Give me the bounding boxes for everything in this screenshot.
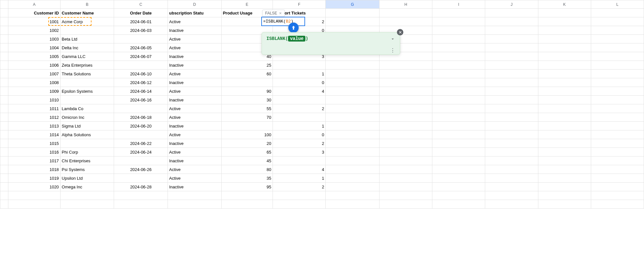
cell[interactable] xyxy=(379,70,432,78)
cell[interactable] xyxy=(591,43,644,52)
cell[interactable] xyxy=(379,96,432,104)
cell[interactable]: 80 xyxy=(221,165,273,174)
cell[interactable]: 1018 xyxy=(8,165,60,174)
close-icon[interactable]: × xyxy=(279,11,282,16)
row-header[interactable] xyxy=(0,130,8,139)
cell[interactable] xyxy=(432,157,485,165)
cell[interactable]: Inactive xyxy=(168,96,222,104)
cell[interactable] xyxy=(538,9,591,17)
cell[interactable]: 4 xyxy=(273,87,325,96)
cell[interactable] xyxy=(326,139,380,148)
cell[interactable] xyxy=(379,165,432,174)
cell[interactable] xyxy=(485,165,538,174)
cell[interactable] xyxy=(273,191,325,200)
cell[interactable] xyxy=(485,148,538,157)
cell[interactable] xyxy=(538,148,591,157)
row-header[interactable] xyxy=(0,9,8,17)
cell[interactable]: Epsilon Systems xyxy=(60,87,114,96)
cell[interactable]: 2024-06-12 xyxy=(114,78,168,87)
cell[interactable]: Active xyxy=(168,43,222,52)
cell[interactable] xyxy=(221,78,273,87)
cell[interactable] xyxy=(114,35,168,43)
cell[interactable]: 1005 xyxy=(8,52,60,61)
cell[interactable] xyxy=(591,139,644,148)
cell[interactable] xyxy=(326,87,380,96)
cell[interactable] xyxy=(379,200,432,209)
cell[interactable] xyxy=(273,157,325,165)
cell[interactable] xyxy=(326,78,380,87)
cell[interactable] xyxy=(221,191,273,200)
cell[interactable] xyxy=(379,87,432,96)
cell[interactable]: 1004 xyxy=(8,43,60,52)
cell[interactable]: 1006 xyxy=(8,61,60,70)
cell[interactable]: 1010 xyxy=(8,96,60,104)
row-header[interactable] xyxy=(0,17,8,26)
cell[interactable] xyxy=(326,9,380,17)
chevron-down-icon[interactable] xyxy=(390,36,395,43)
cell[interactable]: Inactive xyxy=(168,26,222,35)
col-header-c[interactable]: C xyxy=(114,0,168,9)
cell[interactable] xyxy=(432,148,485,157)
cell[interactable]: 1007 xyxy=(8,70,60,78)
cell[interactable]: Inactive xyxy=(168,61,222,70)
cell[interactable] xyxy=(538,183,591,191)
cell[interactable] xyxy=(326,61,380,70)
cell[interactable] xyxy=(60,191,114,200)
cell[interactable]: 70 xyxy=(221,113,273,122)
cell[interactable]: Delta Inc xyxy=(60,43,114,52)
cell[interactable] xyxy=(538,87,591,96)
cell[interactable] xyxy=(273,113,325,122)
col-header-g[interactable]: G xyxy=(326,0,380,9)
cell[interactable] xyxy=(485,35,538,43)
row-header[interactable] xyxy=(0,165,8,174)
cell[interactable]: Inactive xyxy=(168,183,222,191)
cell[interactable]: 90 xyxy=(221,87,273,96)
header-cell[interactable]: Customer ID xyxy=(8,9,60,17)
col-header-f[interactable]: F xyxy=(273,0,325,9)
cell[interactable]: 2 xyxy=(273,139,325,148)
col-header-e[interactable]: E xyxy=(221,0,273,9)
row-header[interactable] xyxy=(0,26,8,35)
close-help-button[interactable]: ✕ xyxy=(397,29,403,35)
row-header[interactable] xyxy=(0,96,8,104)
row-header[interactable] xyxy=(0,104,8,113)
cell[interactable] xyxy=(168,200,222,209)
cell[interactable] xyxy=(432,96,485,104)
cell[interactable] xyxy=(538,78,591,87)
cell[interactable] xyxy=(485,183,538,191)
cell[interactable] xyxy=(326,165,380,174)
row-header[interactable] xyxy=(0,191,8,200)
row-header[interactable] xyxy=(0,113,8,122)
cell[interactable] xyxy=(60,139,114,148)
cell[interactable] xyxy=(432,78,485,87)
cell[interactable]: 2024-06-18 xyxy=(114,113,168,122)
cell[interactable] xyxy=(432,165,485,174)
cell[interactable] xyxy=(538,61,591,70)
cell[interactable]: Active xyxy=(168,17,222,26)
cell[interactable]: Psi Systems xyxy=(60,165,114,174)
cell[interactable] xyxy=(538,130,591,139)
cell[interactable]: 2024-06-16 xyxy=(114,96,168,104)
cell[interactable] xyxy=(432,9,485,17)
cell[interactable]: Omicron Inc xyxy=(60,113,114,122)
cell[interactable] xyxy=(591,17,644,26)
cell[interactable]: Active xyxy=(168,35,222,43)
cell[interactable]: Alpha Solutions xyxy=(60,130,114,139)
cell[interactable] xyxy=(591,52,644,61)
cell[interactable]: Active xyxy=(168,104,222,113)
cell[interactable]: 1002 xyxy=(8,26,60,35)
cell[interactable] xyxy=(432,191,485,200)
cell[interactable] xyxy=(379,122,432,130)
cell[interactable]: Theta Solutions xyxy=(60,70,114,78)
cell[interactable] xyxy=(379,17,432,26)
cell[interactable] xyxy=(114,61,168,70)
cell[interactable]: Active xyxy=(168,148,222,157)
cell[interactable] xyxy=(379,174,432,183)
cell[interactable] xyxy=(326,148,380,157)
cell[interactable] xyxy=(432,70,485,78)
cell[interactable] xyxy=(485,139,538,148)
cell[interactable] xyxy=(485,61,538,70)
cell[interactable]: Inactive xyxy=(168,139,222,148)
cell[interactable]: 1016 xyxy=(8,148,60,157)
cell[interactable]: Gamma LLC xyxy=(60,52,114,61)
